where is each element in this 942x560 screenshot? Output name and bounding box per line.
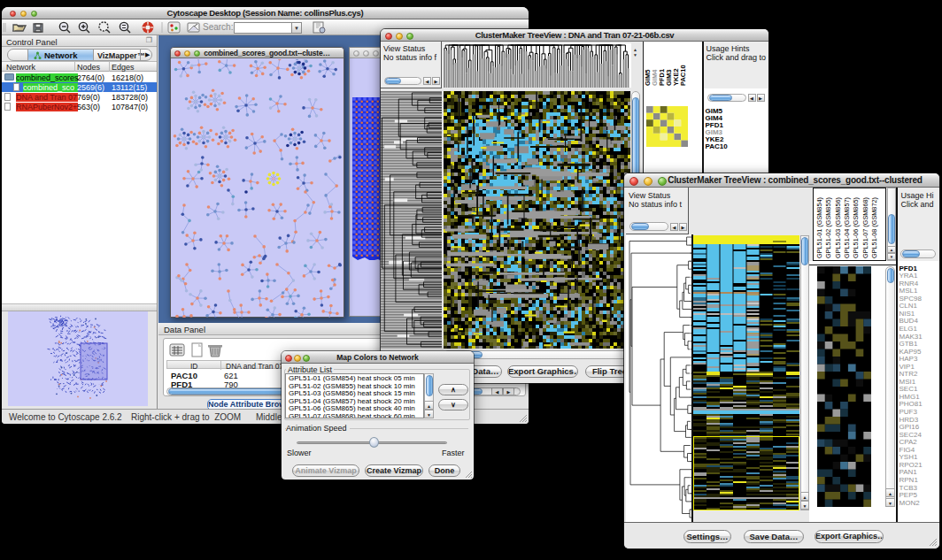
svg-text:GPL51-02 (GSM855): GPL51-02 (GSM855) [824, 197, 832, 258]
svg-text:GPL51-06 (GSM865): GPL51-06 (GSM865) [852, 197, 860, 258]
svg-text:GPL51-08 (GSM872): GPL51-08 (GSM872) [870, 197, 878, 258]
svg-text:GPL51-04 (GSM857): GPL51-04 (GSM857) [843, 197, 851, 258]
svg-text:GPL51-01 (GSM854): GPL51-01 (GSM854) [815, 197, 823, 258]
svg-text:PAC10: PAC10 [679, 65, 687, 86]
svg-text:GPL51-07 (GSM868): GPL51-07 (GSM868) [861, 197, 869, 258]
svg-text:GPL51-03 (GSM856): GPL51-03 (GSM856) [834, 197, 842, 258]
